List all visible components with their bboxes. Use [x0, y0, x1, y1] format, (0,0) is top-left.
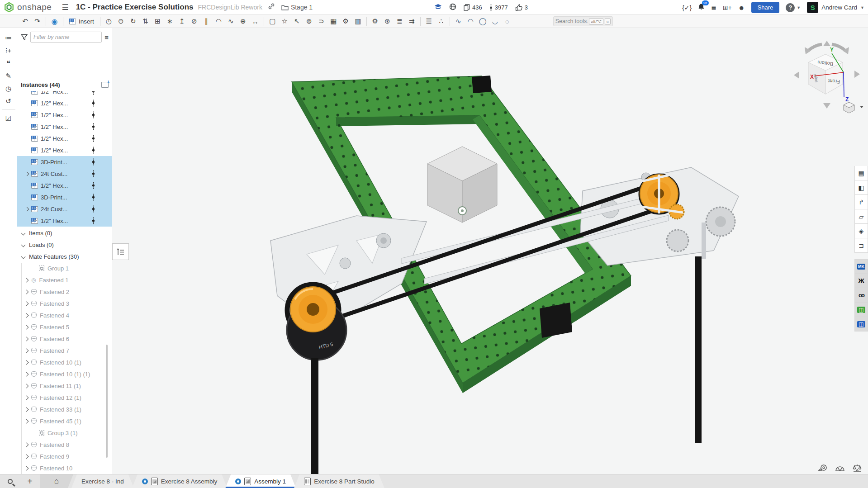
release-notes-icon[interactable]: ✎ — [2, 70, 15, 82]
share-button[interactable]: Share — [751, 2, 780, 13]
education-icon[interactable] — [434, 4, 442, 11]
mate-feature-row[interactable]: ◎ Fastened 1 — [17, 274, 112, 286]
mate-feature-row[interactable]: ◎ Fastened 8 — [17, 439, 112, 450]
search-tools-input[interactable]: Search tools... alt/⌥ c — [553, 16, 613, 26]
tangent-mate-button[interactable]: ◠ — [213, 16, 225, 27]
dof-indicator-icon[interactable] — [92, 111, 95, 118]
view-options-cube-icon[interactable] — [844, 102, 863, 113]
corner-block[interactable] — [472, 76, 492, 93]
ai-assistant-icon[interactable]: ☻ — [738, 4, 745, 11]
section-row[interactable]: Items (0) — [17, 227, 112, 239]
dof-indicator-icon[interactable] — [92, 217, 95, 224]
instance-row[interactable]: 1/2" Hex... — [17, 215, 112, 227]
butterfly-app-icon[interactable]: Ж — [854, 274, 868, 288]
tape-measure-icon[interactable] — [817, 464, 828, 473]
mass-properties-icon[interactable] — [852, 464, 863, 473]
search-tabs-icon[interactable] — [0, 474, 20, 488]
mate-feature-row[interactable]: ◎ Fastened 9 — [17, 450, 112, 462]
corner-block[interactable] — [540, 303, 572, 338]
dof-indicator-icon[interactable] — [92, 99, 95, 107]
chevron-down-icon[interactable] — [21, 254, 26, 259]
chevron-down-icon[interactable] — [21, 242, 26, 247]
undo-button[interactable]: ↶ — [19, 16, 31, 27]
rotate-down-arrow[interactable] — [823, 103, 830, 109]
chevron-right-icon[interactable] — [24, 289, 29, 294]
robot-app-icon[interactable]: oo — [854, 288, 868, 303]
revolute-mate-button[interactable]: ↻ — [127, 16, 139, 27]
panel-scrollbar[interactable] — [106, 345, 108, 458]
appearance-tool-button[interactable]: ◌ — [501, 16, 513, 27]
help-icon[interactable]: ? — [786, 3, 795, 12]
degrees-of-freedom-icon[interactable]: ⁝+ — [2, 44, 15, 57]
redo-button[interactable]: ↷ — [31, 16, 43, 27]
dev-tools-icon[interactable]: {✓} — [682, 4, 692, 11]
chevron-right-icon[interactable] — [24, 313, 29, 317]
document-tab[interactable]: Exercise 8 Assembly — [132, 474, 228, 488]
chevron-right-icon[interactable] — [24, 301, 29, 306]
chevron-right-icon[interactable] — [24, 348, 29, 353]
chevron-right-icon[interactable] — [24, 384, 29, 388]
mate-feature-row[interactable]: ◎ Fastened 10 (1) — [17, 356, 112, 368]
dof-indicator-icon[interactable] — [92, 135, 95, 142]
dof-indicator-icon[interactable] — [92, 158, 95, 166]
comments-icon[interactable]: ❝ — [2, 57, 15, 70]
mate-feature-row[interactable]: ◎ Fastened 12 (1) — [17, 392, 112, 403]
instance-row[interactable]: 3D-Print... — [17, 191, 112, 203]
onshape-logo[interactable]: onshape — [0, 2, 52, 12]
mate-feature-row[interactable]: ◎ Fastened 7 — [17, 345, 112, 356]
left-leg[interactable] — [311, 358, 318, 474]
insert-folder-icon[interactable] — [101, 82, 109, 88]
feature-script-button[interactable]: ⚙ — [340, 16, 352, 27]
notifications-bell-icon[interactable]: 9+ — [698, 3, 705, 12]
public-globe-icon[interactable] — [449, 3, 456, 12]
rotate-right-arrow[interactable] — [854, 71, 860, 78]
spline-tool-button[interactable]: ∿ — [452, 16, 465, 27]
edit-in-context-button[interactable]: ↖ — [291, 16, 303, 27]
blue-book-app-icon[interactable]: ◫ — [854, 317, 868, 332]
add-tab-button[interactable]: + — [20, 474, 40, 488]
app-bracket-icon[interactable]: ⊐ — [854, 238, 868, 253]
isolate-button[interactable]: ◯ — [477, 16, 489, 27]
instance-row[interactable]: 1/2" Hex... — [17, 109, 112, 121]
right-leg[interactable] — [695, 256, 702, 443]
viewport[interactable]: HTD 5 — [112, 28, 868, 474]
derived-part-icon[interactable]: ↱ — [854, 195, 868, 209]
chevron-down-icon[interactable] — [21, 231, 26, 235]
view-options-caret-icon[interactable] — [860, 106, 863, 108]
origin-marker[interactable] — [458, 207, 466, 215]
link-icon[interactable] — [268, 3, 275, 12]
mate-feature-row[interactable]: ◎ Fastened 33 (1) — [17, 403, 112, 415]
help-caret-icon[interactable]: ▼ — [797, 5, 801, 10]
insert-button[interactable]: Insert — [66, 18, 98, 25]
green-book-app-icon[interactable]: ◫ — [854, 303, 868, 317]
exploded-view-button[interactable]: ∴ — [435, 16, 447, 27]
pin-slot-mate-button[interactable]: ⊘ — [188, 16, 200, 27]
dof-indicator-icon[interactable] — [92, 194, 95, 201]
section-row[interactable]: Mate Features (30) — [17, 251, 112, 262]
dof-indicator-icon[interactable] — [92, 123, 95, 130]
linear-limit-button[interactable]: ↔ — [249, 16, 261, 27]
mate-feature-row[interactable]: ◎ Fastened 4 — [17, 309, 112, 321]
move-part-button[interactable]: ⊃ — [315, 16, 327, 27]
mate-feature-row[interactable]: ◎ Group 3 (1) — [17, 427, 112, 439]
mate-feature-row[interactable]: ◎ Fastened 6 — [17, 333, 112, 345]
instance-row[interactable]: 1/2" Hex... — [17, 180, 112, 191]
planar-mate-button[interactable]: ⊞ — [152, 16, 164, 27]
slider-mate-button[interactable]: ⇅ — [139, 16, 152, 27]
mate-feature-row[interactable]: ◎ Fastened 10 — [17, 462, 112, 474]
chevron-right-icon[interactable] — [24, 372, 29, 376]
mate-feature-row[interactable]: ◎ Fastened 3 — [17, 298, 112, 309]
section-view-button[interactable]: ◠ — [465, 16, 477, 27]
bom-button[interactable]: ☰ — [423, 16, 435, 27]
checklist-icon[interactable]: ☑ — [2, 109, 15, 125]
rack-relation-button[interactable]: ≣ — [394, 16, 406, 27]
mate-feature-row[interactable]: ◎ Fastened 10 (1) (1) — [17, 368, 112, 380]
dof-indicator-icon[interactable] — [92, 91, 95, 95]
mate-feature-row[interactable]: ◎ Fastened 45 (1) — [17, 415, 112, 427]
mk-app-icon[interactable]: MK — [854, 259, 868, 274]
filter-icon[interactable] — [21, 34, 28, 40]
versions-icon[interactable]: ↺ — [2, 95, 15, 108]
instance-row[interactable]: 1/2" Hex... — [17, 97, 112, 109]
tasks-icon[interactable]: ≣ — [711, 4, 716, 11]
curve-mate-button[interactable]: ∿ — [225, 16, 237, 27]
